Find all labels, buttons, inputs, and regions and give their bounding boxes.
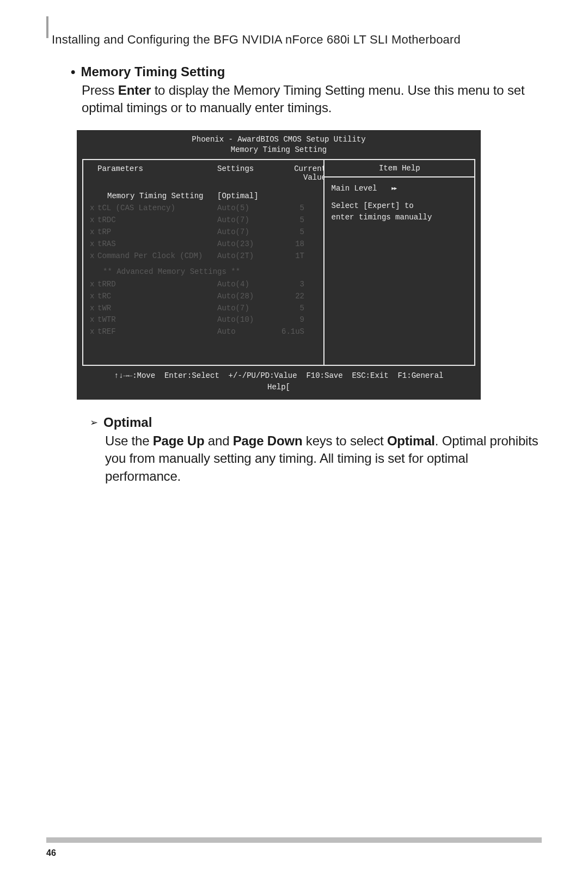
row-prefix: x bbox=[90, 291, 97, 302]
bios-row: xtRCAuto(28)22 bbox=[88, 290, 319, 302]
text: Use the bbox=[105, 433, 153, 448]
row-param: tRDC bbox=[97, 215, 217, 225]
advanced-header: ** Advanced Memory Settings ** bbox=[88, 262, 319, 278]
bios-right-pane: Item Help Main Level ▸▸ Select [Expert] … bbox=[324, 160, 474, 365]
text: keys to select bbox=[302, 433, 387, 448]
section-body: Press Enter to display the Memory Timing… bbox=[82, 82, 542, 117]
row-current: 6.1uS bbox=[266, 327, 304, 337]
key-pagedown: Page Down bbox=[233, 433, 303, 448]
bios-row: xtCL (CAS Latency)Auto(5)5 bbox=[88, 203, 319, 215]
row-current: 5 bbox=[266, 303, 304, 314]
row-current: 5 bbox=[266, 203, 304, 213]
row-current: 5 bbox=[266, 215, 304, 225]
bios-column-headers: Parameters Settings Current Value bbox=[88, 164, 319, 185]
col-settings: Settings bbox=[217, 164, 277, 182]
row-prefix: x bbox=[90, 215, 97, 225]
row-param: tRC bbox=[97, 291, 217, 302]
item-help-header: Item Help bbox=[324, 160, 474, 177]
row-current: 18 bbox=[266, 239, 304, 249]
col-current: Current Value bbox=[277, 164, 324, 182]
chevron-right-icon: ▸▸ bbox=[391, 184, 396, 193]
row-current: 5 bbox=[266, 227, 304, 237]
section-title: Memory Timing Setting bbox=[81, 64, 225, 79]
footer-keys: ↑↓→←:Move Enter:Select +/-/PU/PD:Value F… bbox=[114, 371, 444, 380]
header-accent bbox=[46, 16, 48, 38]
bios-left-pane: Parameters Settings Current Value Memory… bbox=[83, 160, 324, 365]
row-prefix: x bbox=[90, 315, 97, 325]
row-setting: Auto(7) bbox=[217, 227, 266, 237]
bios-title-line2: Memory Timing Setting bbox=[231, 145, 327, 154]
subsection-body: Use the Page Up and Page Down keys to se… bbox=[105, 432, 542, 485]
row-current: 22 bbox=[266, 291, 304, 302]
row-setting: Auto(5) bbox=[217, 203, 266, 213]
row-param: tRP bbox=[97, 227, 217, 237]
text: Press bbox=[82, 83, 118, 97]
row-current: 1T bbox=[266, 251, 304, 261]
row-param: tRAS bbox=[97, 239, 217, 249]
row-param: Memory Timing Setting bbox=[97, 191, 217, 201]
row-setting: Auto(7) bbox=[217, 215, 266, 225]
page-header: Installing and Configuring the BFG NVIDI… bbox=[52, 33, 542, 47]
subsection-title: Optimal bbox=[103, 415, 152, 430]
bullet-icon: • bbox=[71, 65, 75, 78]
bios-row: xtRPAuto(7)5 bbox=[88, 226, 319, 238]
bios-row: xtWRAuto(7)5 bbox=[88, 302, 319, 314]
bios-row: xtREFAuto6.1uS bbox=[88, 326, 319, 338]
row-prefix: x bbox=[90, 203, 97, 213]
row-setting: Auto(7) bbox=[217, 303, 266, 314]
bios-title-line1: Phoenix - AwardBIOS CMOS Setup Utility bbox=[192, 135, 365, 144]
bios-footer: ↑↓→←:Move Enter:Select +/-/PU/PD:Value F… bbox=[82, 370, 475, 393]
row-param: tRRD bbox=[97, 279, 217, 290]
row-prefix: x bbox=[90, 327, 97, 337]
row-setting: Auto(10) bbox=[217, 315, 266, 325]
help-text: enter timings manually bbox=[331, 212, 468, 224]
key-enter: Enter bbox=[118, 83, 151, 97]
section-memory-timing: • Memory Timing Setting Press Enter to d… bbox=[71, 64, 542, 117]
row-setting: Auto(4) bbox=[217, 279, 266, 290]
row-param: Command Per Clock (CDM) bbox=[97, 251, 217, 261]
bios-frame: Parameters Settings Current Value Memory… bbox=[82, 159, 475, 366]
page-number: 46 bbox=[46, 848, 56, 858]
subsection-optimal: ➢ Optimal Use the Page Up and Page Down … bbox=[90, 415, 542, 485]
item-help-body: Main Level ▸▸ Select [Expert] to enter t… bbox=[324, 177, 474, 229]
main-level-label: Main Level bbox=[331, 184, 377, 193]
row-prefix: x bbox=[90, 239, 97, 249]
row-setting: Auto bbox=[217, 327, 266, 337]
help-text: Select [Expert] to bbox=[331, 200, 468, 212]
footer-rule bbox=[46, 837, 542, 843]
col-parameters: Parameters bbox=[97, 164, 217, 182]
row-param: tREF bbox=[97, 327, 217, 337]
bios-row: Memory Timing Setting[Optimal] bbox=[88, 191, 319, 203]
bios-row: xtRRDAuto(4)3 bbox=[88, 278, 319, 290]
row-prefix: x bbox=[90, 303, 97, 314]
bios-row: xtWTRAuto(10)9 bbox=[88, 314, 319, 326]
optimal-label: Optimal bbox=[387, 433, 435, 448]
row-current bbox=[266, 191, 304, 201]
bios-screenshot: Phoenix - AwardBIOS CMOS Setup Utility M… bbox=[77, 130, 481, 400]
arrow-icon: ➢ bbox=[90, 418, 98, 427]
bios-row: xtRDCAuto(7)5 bbox=[88, 215, 319, 226]
row-setting: Auto(2T) bbox=[217, 251, 266, 261]
key-pageup: Page Up bbox=[153, 433, 205, 448]
row-param: tCL (CAS Latency) bbox=[97, 203, 217, 213]
row-prefix: x bbox=[90, 279, 97, 290]
row-prefix: x bbox=[90, 251, 97, 261]
row-current: 3 bbox=[266, 279, 304, 290]
bios-title: Phoenix - AwardBIOS CMOS Setup Utility M… bbox=[82, 134, 475, 156]
bios-row: xCommand Per Clock (CDM)Auto(2T)1T bbox=[88, 250, 319, 262]
text: and bbox=[204, 433, 232, 448]
row-prefix: x bbox=[90, 227, 97, 237]
row-current: 9 bbox=[266, 315, 304, 325]
row-prefix bbox=[90, 191, 97, 201]
row-param: tWR bbox=[97, 303, 217, 314]
row-setting: [Optimal] bbox=[217, 191, 266, 201]
bios-row: xtRASAuto(23)18 bbox=[88, 238, 319, 250]
row-setting: Auto(23) bbox=[217, 239, 266, 249]
row-setting: Auto(28) bbox=[217, 291, 266, 302]
footer-keys: Help[ bbox=[267, 383, 290, 391]
row-param: tWTR bbox=[97, 315, 217, 325]
